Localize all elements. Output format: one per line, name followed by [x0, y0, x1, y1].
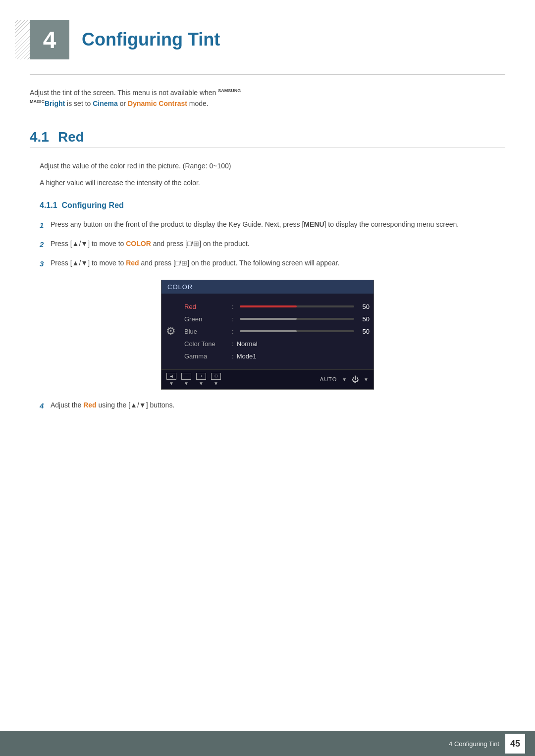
toolbar-btn-minus: － ▼ — [181, 373, 191, 386]
toolbar-label-menu: ▼ — [214, 381, 218, 386]
chapter-number-block: 4 — [30, 20, 69, 59]
color-menu: COLOR ⚙ Red : — [161, 280, 374, 390]
slider-fill-blue — [240, 330, 297, 332]
chapter-header: 4 Configuring Tint — [30, 0, 505, 59]
footer-page-number: 45 — [505, 734, 525, 754]
step-3: 3 Press [▲/▼] to move to Red and press [… — [40, 257, 495, 270]
step-2-number: 2 — [40, 238, 51, 251]
menu-row-blue: Blue : 50 — [180, 325, 374, 338]
menu-label-gamma: Gamma — [184, 353, 229, 360]
chapter-title: Configuring Tint — [82, 29, 220, 50]
page-footer: 4 Configuring Tint 45 — [0, 731, 535, 756]
footer-text: 4 Configuring Tint — [449, 740, 499, 748]
section-41-para2: A higher value will increase the intensi… — [40, 177, 495, 188]
color-menu-items: Red : 50 Green : — [180, 299, 374, 364]
step-4-number: 4 — [40, 400, 51, 412]
toolbar-icon-left: ◄ — [166, 373, 176, 380]
toolbar-label-left: ▼ — [169, 381, 174, 386]
toolbar-icon-minus: － — [181, 373, 191, 380]
value-gamma: Mode1 — [237, 353, 257, 360]
toolbar-btn-left: ◄ ▼ — [166, 373, 176, 386]
step-2: 2 Press [▲/▼] to move to COLOR and press… — [40, 238, 495, 251]
steps-list-2: 4 Adjust the Red using the [▲/▼] buttons… — [40, 400, 495, 412]
section-41: 4.1 Red Adjust the value of the color re… — [30, 129, 505, 412]
step-1: 1 Press any button on the front of the p… — [40, 219, 495, 231]
header-divider — [30, 74, 505, 75]
section-41-header: 4.1 Red — [30, 129, 505, 148]
toolbar-btn-plus: ＋ ▼ — [196, 373, 206, 386]
menu-left-icon: ⚙ — [166, 325, 176, 338]
color-menu-title: COLOR — [161, 280, 374, 294]
menu-label-green: Green — [184, 315, 229, 323]
toolbar-power-icon: ⏻ — [352, 375, 359, 383]
section-41-title: Red — [58, 129, 84, 145]
step-3-text: Press [▲/▼] to move to Red and press [□/… — [51, 257, 495, 268]
toolbar-auto-arrow: ▼ — [342, 377, 347, 382]
color-menu-left-icon: ⚙ — [161, 299, 180, 364]
value-green: 50 — [357, 315, 370, 323]
toolbar-auto-label: AUTO — [320, 376, 337, 382]
value-colortone: Normal — [237, 340, 258, 348]
menu-row-gamma: Gamma : Mode1 — [180, 350, 374, 362]
menu-row-red: Red : 50 — [180, 301, 374, 313]
chapter-title-area: Configuring Tint — [69, 20, 220, 59]
toolbar-label-minus: ▼ — [184, 381, 189, 386]
subsection-411: 4.1.1 Configuring Red 1 Press any button… — [40, 201, 495, 412]
slider-green — [240, 318, 354, 320]
toolbar-btn-menu: ⊟ ▼ — [211, 373, 221, 386]
section-41-number: 4.1 — [30, 129, 49, 145]
subsection-411-title: 4.1.1 Configuring Red — [40, 201, 495, 210]
toolbar-icon-menu: ⊟ — [211, 373, 221, 380]
slider-red — [240, 305, 354, 307]
toolbar-power-arrow: ▼ — [364, 377, 369, 382]
step-4-text: Adjust the Red using the [▲/▼] buttons. — [51, 400, 495, 410]
step-1-text: Press any button on the front of the pro… — [51, 219, 495, 230]
section-41-para1: Adjust the value of the color red in the… — [40, 160, 495, 171]
step-3-number: 3 — [40, 257, 51, 270]
toolbar-icon-plus: ＋ — [196, 373, 206, 380]
value-red: 50 — [357, 303, 370, 310]
toolbar-label-plus: ▼ — [199, 381, 204, 386]
steps-list: 1 Press any button on the front of the p… — [40, 219, 495, 270]
chapter-intro: Adjust the tint of the screen. This menu… — [30, 87, 505, 109]
slider-fill-green — [240, 318, 297, 320]
menu-label-colortone: Color Tone — [184, 340, 229, 348]
menu-row-green: Green : 50 — [180, 313, 374, 325]
color-menu-toolbar: ◄ ▼ － ▼ ＋ ▼ ⊟ ▼ — [161, 369, 374, 389]
color-menu-body: ⚙ Red : 50 — [161, 294, 374, 369]
color-menu-screenshot: COLOR ⚙ Red : — [161, 280, 374, 390]
menu-row-colortone: Color Tone : Normal — [180, 338, 374, 350]
step-1-number: 1 — [40, 219, 51, 231]
step-4: 4 Adjust the Red using the [▲/▼] buttons… — [40, 400, 495, 412]
menu-label-blue: Blue — [184, 328, 229, 335]
chapter-number: 4 — [43, 26, 56, 53]
section-41-body: Adjust the value of the color red in the… — [30, 160, 505, 412]
value-blue: 50 — [357, 328, 370, 335]
slider-fill-red — [240, 305, 297, 307]
step-2-text: Press [▲/▼] to move to COLOR and press [… — [51, 238, 495, 249]
slider-blue — [240, 330, 354, 332]
menu-label-red: Red — [184, 303, 229, 310]
